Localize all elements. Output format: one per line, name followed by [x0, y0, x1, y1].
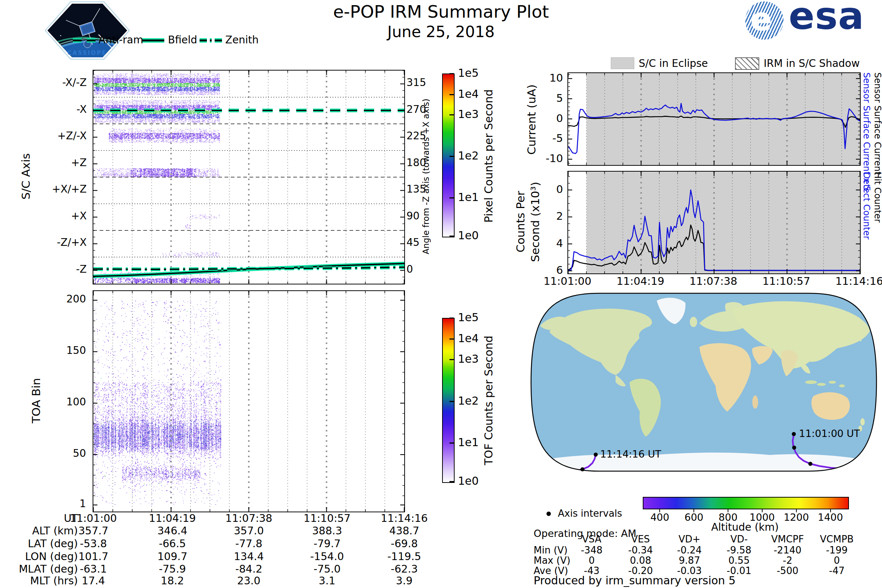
colorbar-tick [450, 339, 454, 340]
ephemeris-value: 388.3 [296, 525, 358, 537]
ephemeris-value: -62.3 [373, 563, 435, 575]
spectro-row-label: +Z [43, 156, 87, 169]
voltage-value: -9.58 [713, 544, 765, 556]
ephemeris-value: 109.7 [141, 550, 204, 562]
current-right-label-black: Sensor Surface Current [873, 72, 882, 168]
ephemeris-value: -75.0 [296, 563, 358, 575]
angle-tick-label: 315 [406, 76, 432, 88]
legend-zenith: Zenith [225, 34, 259, 46]
voltage-column-header: VD+ [664, 534, 715, 544]
spectro-row-label: +X [43, 210, 87, 222]
axis-interval-dot [792, 432, 796, 436]
axis-interval-dot [580, 468, 585, 471]
counts-ytick-label: 2 [536, 210, 563, 222]
voltage-value: -0.24 [664, 544, 715, 556]
colorbar-tick [450, 236, 454, 237]
time-xtick-label: 11:04:19 [608, 275, 674, 287]
toa-tick-label: 50 [54, 447, 86, 459]
ephemeris-value: 101.7 [62, 550, 124, 562]
spectro-row-label: -Z/+X [43, 236, 87, 248]
irm-shadow-legend-label: IRM in S/C Shadow [764, 57, 860, 69]
counts-ytick-label: 4 [536, 237, 563, 249]
voltage-value: 9.87 [664, 555, 715, 566]
altitude-tick-label: 1400 [814, 512, 847, 523]
current-panel [567, 72, 861, 166]
counts-right-label-blue: Detect Counter [861, 172, 872, 267]
eclipse-legend-label: S/C in Eclipse [639, 57, 708, 69]
map-time-label: 11:01:00 UT [799, 428, 860, 439]
colorbar-tick [450, 359, 454, 360]
current-ytick-label: -5 [536, 132, 563, 144]
ephemeris-value: -53.8 [62, 538, 124, 550]
toa-bin-overlay [93, 291, 404, 512]
ephemeris-value: 3.1 [296, 575, 358, 587]
colorbar-tick [450, 318, 454, 319]
world-map: 11:01:00 UT11:14:16 UT [527, 290, 880, 475]
axis-intervals-label: Axis intervals [558, 508, 622, 519]
axis-intervals-marker [546, 512, 551, 516]
time-xtick-label: 11:01:00 [534, 275, 600, 287]
voltage-value: -0.34 [615, 544, 666, 556]
ephemeris-value: 438.7 [373, 525, 435, 537]
colorbar-tick-label: 1e5 [458, 66, 491, 80]
spectro-row-label: -Z [43, 263, 87, 275]
voltage-value: -2140 [762, 544, 813, 556]
spectro-row-label: +Z/-X [43, 130, 87, 142]
voltage-column-header: VMCPF [762, 534, 813, 544]
ephemeris-value: -66.5 [141, 538, 204, 550]
ephemeris-value: -75.9 [141, 563, 204, 575]
ephemeris-value: 11:04:19 [141, 512, 204, 524]
toa-ylabel: TOA Bin [29, 353, 43, 448]
current-ytick-label: 5 [536, 92, 563, 104]
counts-ytick-label: 6 [536, 264, 563, 276]
toa-tick-label: 100 [54, 396, 86, 408]
ephemeris-value: 11:07:38 [218, 512, 280, 524]
voltage-column-header: VES [615, 534, 666, 544]
eclipse-swatch [611, 57, 634, 69]
spectro-axis-overlay [93, 70, 404, 284]
colorbar-tick [450, 401, 454, 402]
ephemeris-value: -77.8 [218, 538, 280, 550]
colorbar-tick [450, 156, 454, 157]
voltage-value: 0.08 [615, 555, 666, 566]
page-date: June 25, 2018 [220, 23, 662, 41]
pixel-counts-colorbar-label: Pixel Counts per Second [482, 79, 495, 233]
colorbar-tick [450, 442, 454, 444]
ephemeris-value: 346.4 [141, 525, 204, 537]
angle-tick-label: 0 [406, 263, 432, 275]
spectro-row-label: -X [43, 103, 87, 116]
toa-tick-label: 150 [54, 344, 86, 357]
voltage-value: 0 [811, 555, 862, 566]
voltage-column-header: VCMPB [811, 534, 862, 544]
toa-tick-label: 1 [54, 498, 86, 510]
produced-by-footer: Produced by irm_summary version 5 [534, 574, 735, 587]
colorbar-tick [450, 114, 454, 116]
colorbar-tick [450, 94, 454, 95]
counts-right-label-black: Hit Counter [873, 172, 882, 267]
ephemeris-value: 18.2 [141, 575, 204, 587]
page-title: e-POP IRM Summary Plot [220, 2, 662, 22]
voltage-column-header: VD- [713, 534, 765, 544]
colorbar-tick [450, 197, 454, 198]
cassiope-mission-patch: CASSIOPE [44, 1, 130, 60]
ephemeris-value: -154.0 [296, 550, 358, 562]
voltage-value: -199 [811, 544, 862, 556]
spectro-axis-panel [93, 70, 405, 285]
ephemeris-value: 357.0 [218, 525, 280, 537]
irm-shadow-swatch [735, 57, 759, 70]
counts-ytick-label: 0 [536, 183, 563, 195]
colorbar-tick-label: 1e5 [458, 311, 491, 324]
angle-axis-label: Angle from -Z axis (towards +X axis) [421, 94, 431, 259]
ephemeris-value: 3.9 [373, 575, 435, 587]
altitude-tick-label: 400 [643, 512, 676, 523]
colorbar-tick [450, 481, 454, 482]
current-right-label-blue: Sensor Surface Current x 5 [861, 72, 872, 168]
time-xtick-label: 11:14:16 [826, 275, 882, 287]
patch-mission-name: CASSIOPE [67, 50, 106, 56]
time-xtick-label: 11:07:38 [680, 275, 746, 287]
spectro-row-label: +X/+Z [43, 183, 87, 195]
ephemeris-value: -84.2 [218, 563, 280, 575]
toa-tick-label: 200 [54, 293, 86, 305]
legend-anti-ram: Anti-ram [99, 34, 143, 46]
ephemeris-value: -69.8 [373, 538, 435, 550]
